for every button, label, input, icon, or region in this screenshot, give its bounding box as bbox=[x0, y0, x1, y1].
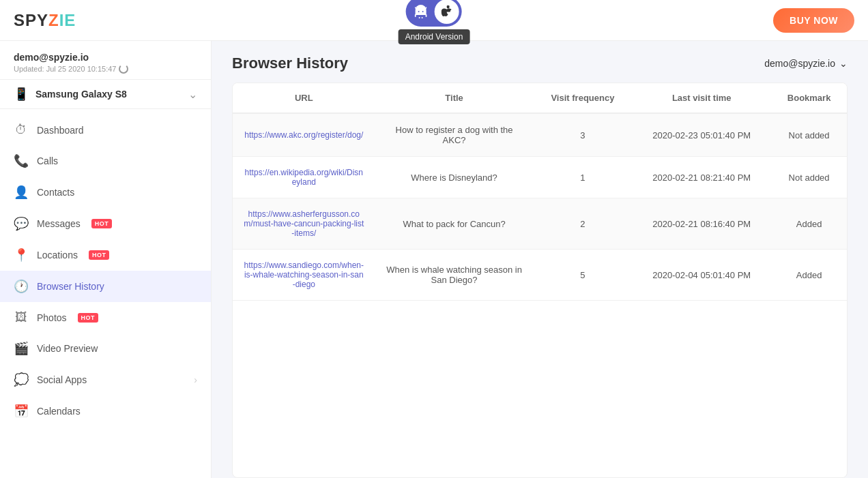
sidebar-item-photos[interactable]: 🖼 Photos HOT bbox=[0, 302, 211, 333]
content: Browser History demo@spyzie.io ⌄ URL Tit… bbox=[212, 41, 868, 478]
refresh-icon[interactable] bbox=[119, 64, 128, 74]
cell-last-visit: 2020-02-04 05:01:40 PM bbox=[632, 250, 771, 301]
main-layout: demo@spyzie.io Updated: Jul 25 2020 10:1… bbox=[0, 41, 868, 478]
svg-rect-3 bbox=[426, 14, 427, 17]
logo-text-ie: IE bbox=[59, 11, 76, 29]
sidebar-item-browser-history[interactable]: 🕐 Browser History bbox=[0, 271, 211, 302]
ios-tab[interactable] bbox=[435, 0, 459, 24]
table-row: https://www.sandiego.com/when-is-whale-w… bbox=[233, 250, 847, 301]
locations-hot-badge: HOT bbox=[89, 250, 110, 260]
cell-title: When is whale watching season in San Die… bbox=[375, 250, 534, 301]
account-selector[interactable]: demo@spyzie.io ⌄ bbox=[764, 58, 848, 69]
content-header: Browser History demo@spyzie.io ⌄ bbox=[212, 41, 868, 83]
messages-icon: 💬 bbox=[14, 216, 29, 231]
logo-text-spy: SPY bbox=[14, 11, 48, 29]
chevron-down-icon: ⌄ bbox=[188, 88, 197, 101]
android-tab[interactable] bbox=[409, 0, 433, 24]
platform-switcher: Android Version bbox=[399, 0, 470, 44]
user-info: demo@spyzie.io Updated: Jul 25 2020 10:1… bbox=[0, 41, 211, 80]
cell-title: What to pack for Cancun? bbox=[375, 198, 534, 250]
calls-icon: 📞 bbox=[14, 153, 29, 168]
sidebar-item-social-apps[interactable]: 💭 Social Apps › bbox=[0, 364, 211, 395]
photos-icon: 🖼 bbox=[14, 310, 29, 325]
table-row: https://www.asherfergusson.com/must-have… bbox=[233, 198, 847, 250]
platform-tooltip: Android Version bbox=[399, 29, 470, 44]
photos-hot-badge: HOT bbox=[78, 313, 99, 323]
browser-history-icon: 🕐 bbox=[14, 279, 29, 294]
sidebar-item-calls[interactable]: 📞 Calls bbox=[0, 145, 211, 177]
nav-list: ⏱ Dashboard 📞 Calls 👤 Contacts 💬 Message… bbox=[0, 109, 211, 432]
svg-rect-2 bbox=[415, 14, 416, 17]
social-apps-arrow-icon: › bbox=[194, 374, 197, 385]
sidebar-item-locations[interactable]: 📍 Locations HOT bbox=[0, 239, 211, 271]
cell-bookmark: Added bbox=[771, 250, 847, 301]
contacts-icon: 👤 bbox=[14, 185, 29, 200]
col-url: URL bbox=[233, 83, 375, 113]
sidebar: demo@spyzie.io Updated: Jul 25 2020 10:1… bbox=[0, 41, 212, 478]
topbar: SPYZIE bbox=[0, 0, 868, 41]
cell-visit-frequency: 5 bbox=[534, 250, 633, 301]
table-header-row: URL Title Visit frequency Last visit tim… bbox=[233, 83, 847, 113]
device-selector[interactable]: 📱 Samsung Galaxy S8 ⌄ bbox=[0, 80, 211, 109]
col-visit-frequency: Visit frequency bbox=[534, 83, 633, 113]
table-row: https://en.wikipedia.org/wiki/Disneyland… bbox=[233, 157, 847, 198]
cell-visit-frequency: 1 bbox=[534, 157, 633, 198]
svg-point-6 bbox=[447, 5, 450, 9]
chevron-down-icon: ⌄ bbox=[839, 58, 848, 69]
calendars-icon: 📅 bbox=[14, 404, 29, 419]
user-updated: Updated: Jul 25 2020 10:15:47 bbox=[14, 64, 197, 74]
cell-visit-frequency: 3 bbox=[534, 113, 633, 157]
svg-rect-4 bbox=[419, 17, 420, 18]
cell-last-visit: 2020-02-21 08:21:40 PM bbox=[632, 157, 771, 198]
cell-url: https://www.akc.org/register/dog/ bbox=[233, 113, 375, 157]
sidebar-item-calendars[interactable]: 📅 Calendars bbox=[0, 395, 211, 427]
cell-last-visit: 2020-02-23 05:01:40 PM bbox=[632, 113, 771, 157]
cell-url: https://en.wikipedia.org/wiki/Disneyland bbox=[233, 157, 375, 198]
cell-last-visit: 2020-02-21 08:16:40 PM bbox=[632, 198, 771, 250]
col-bookmark: Bookmark bbox=[771, 83, 847, 113]
sidebar-item-dashboard[interactable]: ⏱ Dashboard bbox=[0, 115, 211, 145]
locations-icon: 📍 bbox=[14, 248, 29, 263]
user-email: demo@spyzie.io bbox=[14, 52, 197, 63]
history-table: URL Title Visit frequency Last visit tim… bbox=[233, 83, 847, 301]
logo: SPYZIE bbox=[14, 11, 76, 30]
cell-url: https://www.sandiego.com/when-is-whale-w… bbox=[233, 250, 375, 301]
page-title: Browser History bbox=[232, 55, 348, 72]
messages-hot-badge: HOT bbox=[91, 219, 113, 228]
video-preview-icon: 🎬 bbox=[14, 341, 29, 356]
svg-rect-5 bbox=[422, 17, 423, 18]
col-title: Title bbox=[375, 83, 534, 113]
cell-bookmark: Not added bbox=[771, 157, 847, 198]
sidebar-item-video-preview[interactable]: 🎬 Video Preview bbox=[0, 333, 211, 364]
cell-bookmark: Added bbox=[771, 198, 847, 250]
cell-url: https://www.asherfergusson.com/must-have… bbox=[233, 198, 375, 250]
svg-point-1 bbox=[422, 11, 424, 12]
svg-point-0 bbox=[418, 11, 420, 12]
buy-now-button[interactable]: BUY NOW bbox=[773, 8, 854, 33]
cell-bookmark: Not added bbox=[771, 113, 847, 157]
sidebar-item-contacts[interactable]: 👤 Contacts bbox=[0, 177, 211, 208]
cell-title: How to register a dog with the AKC? bbox=[375, 113, 534, 157]
table-row: https://www.akc.org/register/dog/ How to… bbox=[233, 113, 847, 157]
col-last-visit: Last visit time bbox=[632, 83, 771, 113]
platform-tabs bbox=[406, 0, 462, 27]
cell-title: Where is Disneyland? bbox=[375, 157, 534, 198]
cell-visit-frequency: 2 bbox=[534, 198, 633, 250]
dashboard-icon: ⏱ bbox=[14, 123, 29, 137]
sidebar-item-messages[interactable]: 💬 Messages HOT bbox=[0, 208, 211, 239]
history-table-container: URL Title Visit frequency Last visit tim… bbox=[232, 83, 848, 478]
social-apps-icon: 💭 bbox=[14, 372, 29, 387]
logo-text-z: Z bbox=[48, 11, 59, 29]
device-icon: 📱 bbox=[14, 87, 29, 102]
device-name: 📱 Samsung Galaxy S8 bbox=[14, 87, 127, 102]
